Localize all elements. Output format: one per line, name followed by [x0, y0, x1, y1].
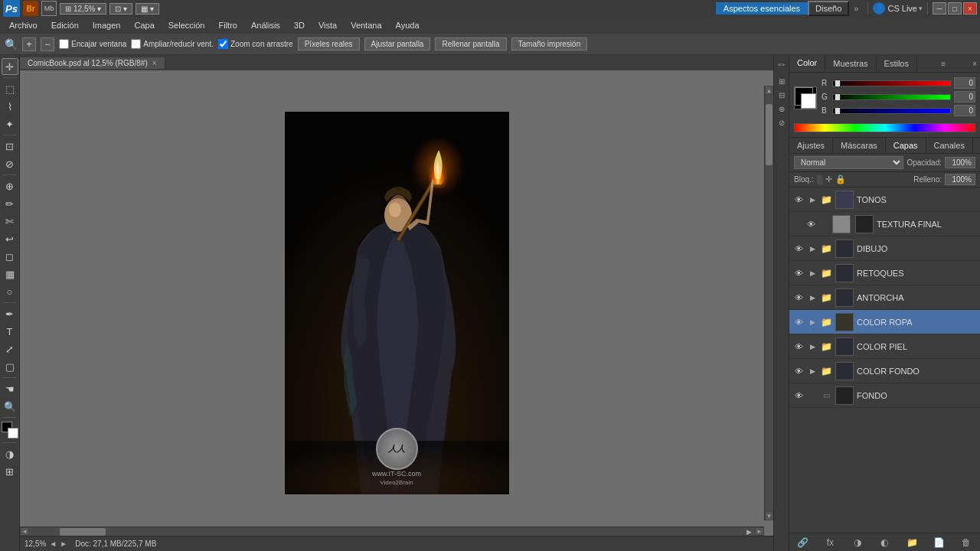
real-pixels-button[interactable]: Píxeles reales [298, 37, 360, 51]
br-icon[interactable]: Br [23, 1, 38, 16]
quick-mask-mode[interactable]: ◑ [2, 445, 18, 462]
status-nav-right[interactable]: ► [60, 540, 67, 548]
text-tool[interactable]: T [2, 323, 18, 340]
blue-value[interactable] [954, 105, 975, 116]
scroll-down-button[interactable]: ▼ [765, 511, 773, 520]
fill-screen-button[interactable]: Rellenar pantalla [435, 37, 506, 51]
zoom-in-button[interactable]: + [22, 37, 36, 51]
lock-position-icon[interactable]: ✛ [825, 174, 832, 184]
tab-mascaras[interactable]: Máscaras [833, 138, 886, 153]
print-size-button[interactable]: Tamaño impresión [511, 37, 588, 51]
layer-visibility-eye[interactable]: 👁 [792, 194, 805, 206]
layer-item[interactable]: 👁 ▶ 📁 RETOQUES [789, 261, 980, 285]
delete-layer-button[interactable]: 🗑 [959, 535, 974, 550]
menu-ayuda[interactable]: Ayuda [390, 19, 426, 31]
status-nav-left[interactable]: ◄ [49, 540, 57, 548]
background-swatch[interactable] [801, 93, 816, 109]
color-swatch-display[interactable] [794, 86, 817, 109]
menu-ventana[interactable]: Ventana [345, 19, 387, 31]
tab-trazado[interactable]: Trazado [973, 138, 980, 153]
menu-capa[interactable]: Capa [128, 19, 160, 31]
add-mask-button[interactable]: ◑ [850, 535, 865, 550]
red-slider-track[interactable] [832, 80, 951, 86]
scroll-left-button[interactable]: ◄ [20, 527, 29, 536]
view-layout-selector[interactable]: ⊡ ▾ [109, 3, 132, 15]
scroll-thumb-h[interactable] [60, 528, 106, 536]
clone-stamp-tool[interactable]: ✄ [2, 213, 18, 230]
layer-visibility-eye[interactable]: 👁 [792, 365, 805, 377]
layer-item[interactable]: 👁 ▶ 📁 COLOR PIEL [789, 334, 980, 359]
collapse-panels-button[interactable]: «» [776, 58, 788, 70]
background-color[interactable] [8, 428, 18, 439]
layer-expand-arrow[interactable]: ▶ [808, 293, 817, 302]
tab-estilos[interactable]: Estilos [877, 56, 917, 71]
opacity-input[interactable] [945, 157, 975, 168]
move-tool[interactable]: ✛ [2, 58, 18, 75]
fit-screen-button[interactable]: Ajustar pantalla [364, 37, 431, 51]
history-brush-tool[interactable]: ↩ [2, 230, 18, 247]
path-selection-tool[interactable]: ⤢ [2, 341, 18, 357]
zoom-reduce-checkbox[interactable]: Ampliar/reducir vent. [131, 39, 214, 49]
tab-color[interactable]: Color [789, 55, 825, 72]
blue-slider-track[interactable] [832, 108, 951, 114]
essentials-button[interactable]: Aspectos esenciales [716, 2, 808, 15]
canvas-horizontal-scrollbar[interactable]: ◄ ▶ ► [20, 527, 764, 536]
panel-icon-4[interactable]: ⊘ [776, 116, 788, 129]
canvas-size-selector[interactable]: ⊞ 12,5% ▾ [60, 3, 106, 15]
new-group-button[interactable]: 📁 [904, 535, 920, 550]
scroll-up-button[interactable]: ▲ [765, 86, 773, 95]
layer-item[interactable]: 👁 ▶ 📁 ANTORCHA [789, 285, 980, 310]
zoom-drag-checkbox[interactable]: Zoom con arrastre [218, 39, 293, 49]
lock-all-icon[interactable]: 🔒 [835, 174, 846, 184]
link-layers-button[interactable]: 🔗 [795, 535, 811, 550]
menu-filtro[interactable]: Filtro [212, 19, 243, 31]
menu-3d[interactable]: 3D [288, 19, 311, 31]
layer-item[interactable]: 👁 ▶ 📁 COLOR ROPA [789, 310, 980, 334]
close-button[interactable]: × [963, 2, 977, 15]
canvas-position-indicator[interactable]: ▶ [743, 528, 755, 536]
color-panel-menu[interactable]: ≡ [938, 57, 949, 71]
green-value[interactable] [954, 91, 975, 103]
menu-analisis[interactable]: Análisis [245, 19, 286, 31]
layer-expand-arrow[interactable]: ▶ [808, 367, 817, 376]
lasso-tool[interactable]: ⌇ [2, 98, 18, 115]
cslive-arrow[interactable]: ▾ [919, 5, 923, 12]
layer-visibility-eye[interactable]: 👁 [792, 292, 805, 304]
layer-visibility-eye[interactable]: 👁 [792, 243, 805, 255]
canvas-vertical-scrollbar[interactable]: ▲ ▼ [764, 86, 773, 520]
color-spectrum[interactable] [794, 123, 975, 132]
arrange-selector[interactable]: ▦ ▾ [136, 3, 159, 15]
menu-edicion[interactable]: Edición [45, 19, 85, 31]
mb-icon[interactable]: Mb [41, 1, 57, 16]
layer-visibility-eye[interactable]: 👁 [792, 390, 805, 402]
rectangular-marquee-tool[interactable]: ⬚ [2, 80, 18, 97]
magic-wand-tool[interactable]: ✦ [2, 116, 18, 132]
tab-canales[interactable]: Canales [926, 138, 973, 153]
blend-mode-select[interactable]: Normal Multiplicar Pantalla [794, 156, 903, 169]
crop-tool[interactable]: ⊡ [2, 138, 18, 155]
pen-tool[interactable]: ✒ [2, 305, 18, 322]
design-button[interactable]: Diseño [808, 1, 849, 16]
layer-visibility-eye[interactable]: 👁 [792, 316, 805, 328]
tab-muestras[interactable]: Muestras [825, 56, 876, 71]
layer-visibility-eye[interactable]: 👁 [805, 218, 817, 230]
layer-item[interactable]: 👁 ▶ TEXTURA FINAL [789, 212, 980, 236]
layer-expand-arrow[interactable]: ▶ [808, 244, 817, 253]
layer-visibility-eye[interactable]: 👁 [792, 267, 805, 279]
brush-tool[interactable]: ✏ [2, 195, 18, 212]
scroll-thumb-v[interactable] [766, 104, 773, 165]
maximize-button[interactable]: □ [948, 2, 962, 15]
eraser-tool[interactable]: ◻ [2, 248, 18, 265]
red-slider-thumb[interactable] [835, 80, 841, 87]
green-slider-thumb[interactable] [835, 93, 841, 101]
lock-pixels-icon[interactable]: ░ [817, 174, 823, 184]
gradient-tool[interactable]: ▦ [2, 266, 18, 282]
document-tab[interactable]: ComicBook.psd al 12,5% (RGB/8#) × [20, 57, 165, 69]
minimize-button[interactable]: ─ [933, 2, 946, 15]
layer-item[interactable]: 👁 ▶ 📁 TONOS [789, 187, 980, 212]
layer-expand-arrow[interactable]: ▶ [808, 195, 817, 204]
dodge-tool[interactable]: ○ [2, 283, 18, 300]
menu-seleccion[interactable]: Selección [162, 19, 211, 31]
red-value[interactable] [954, 77, 975, 89]
foreground-background-colors[interactable] [2, 422, 18, 439]
